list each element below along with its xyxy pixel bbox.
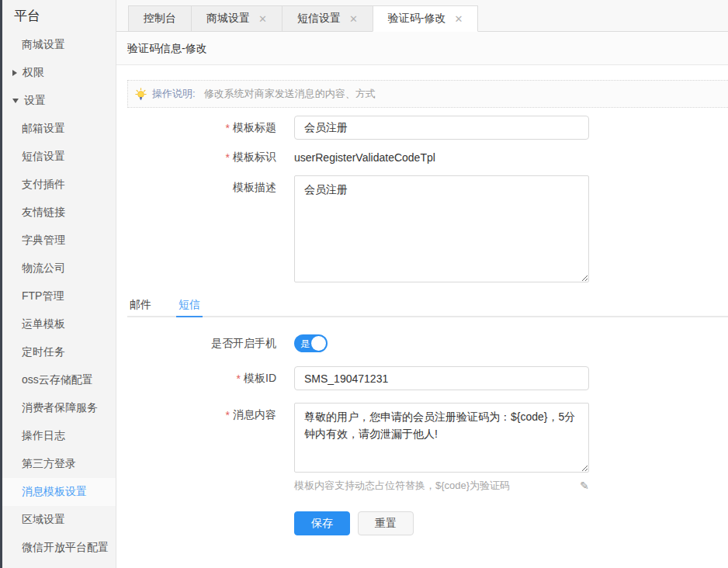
- edit-pencil-icon[interactable]: ✎: [580, 480, 589, 492]
- page-title: 验证码信息-修改: [116, 32, 728, 65]
- page-content: 操作说明: 修改系统对商家发送消息的内容、方式 * 模板标题 * 模板标识 us…: [116, 65, 728, 568]
- form-row-template-title: * 模板标题: [127, 116, 728, 140]
- form-row-phone-enable: 是否开启手机 是: [127, 334, 728, 352]
- sidebar-item-consumer-protection[interactable]: 消费者保障服务: [0, 394, 116, 422]
- sidebar-item-settings[interactable]: 设置: [0, 87, 116, 115]
- required-mark: *: [226, 151, 230, 164]
- sidebar-item-third-party-login[interactable]: 第三方登录: [0, 450, 116, 478]
- sidebar-item-ftp[interactable]: FTP管理: [0, 282, 116, 310]
- sidebar-item-operation-log[interactable]: 操作日志: [0, 422, 116, 450]
- reset-button[interactable]: 重置: [358, 511, 414, 535]
- sidebar-item-permissions[interactable]: 权限: [0, 59, 116, 87]
- toggle-on-label: 是: [300, 337, 310, 350]
- sidebar-item-oss-storage[interactable]: oss云存储配置: [0, 366, 116, 394]
- sidebar-item-message-template[interactable]: 消息模板设置: [0, 478, 116, 506]
- message-content-label: * 消息内容: [127, 403, 276, 422]
- form-row-hint: 模板内容支持动态占位符替换，${code}为验证码 ✎: [127, 479, 728, 493]
- tab-captcha-edit[interactable]: 验证码-修改 ✕: [373, 5, 479, 32]
- template-id-label: * 模板ID: [127, 372, 276, 386]
- sidebar-item-payment-plugins[interactable]: 支付插件: [0, 171, 116, 199]
- phone-enable-toggle[interactable]: 是: [294, 334, 328, 352]
- tab-bar: 控制台 商城设置 ✕ 短信设置 ✕ 验证码-修改 ✕: [116, 0, 728, 32]
- close-icon[interactable]: ✕: [454, 14, 463, 24]
- template-desc-label: 模板描述: [127, 175, 276, 195]
- channel-tab-email[interactable]: 邮件: [127, 294, 154, 317]
- chevron-right-icon: [12, 70, 17, 76]
- template-title-input[interactable]: [294, 116, 589, 140]
- info-alert: 操作说明: 修改系统对商家发送消息的内容、方式: [127, 80, 728, 108]
- app-window: 平台 商城设置 权限 设置 邮箱设置 短信设置 支付插件 友情链接 字典管理 物…: [0, 0, 728, 568]
- tab-mall-settings[interactable]: 商城设置 ✕: [191, 5, 283, 32]
- message-content-textarea[interactable]: 尊敬的用户，您申请的会员注册验证码为：${code}，5分钟内有效，请勿泄漏于他…: [294, 403, 589, 473]
- form-row-template-desc: 模板描述 会员注册: [127, 175, 728, 282]
- toggle-knob-icon: [311, 336, 326, 351]
- sidebar: 平台 商城设置 权限 设置 邮箱设置 短信设置 支付插件 友情链接 字典管理 物…: [0, 0, 116, 568]
- phone-enable-label: 是否开启手机: [127, 337, 276, 351]
- template-key-value: userRegisterValidateCodeTpl: [294, 151, 435, 164]
- sidebar-item-dictionary[interactable]: 字典管理: [0, 227, 116, 255]
- form-row-template-id: * 模板ID: [127, 366, 728, 390]
- sidebar-item-friend-links[interactable]: 友情链接: [0, 199, 116, 227]
- required-mark: *: [237, 372, 241, 385]
- required-mark: *: [226, 409, 230, 421]
- template-desc-textarea[interactable]: 会员注册: [294, 175, 589, 282]
- sidebar-item-email-settings[interactable]: 邮箱设置: [0, 115, 116, 143]
- close-icon[interactable]: ✕: [349, 14, 358, 24]
- bulb-icon: [134, 88, 147, 101]
- sidebar-item-wechat-open-platform[interactable]: 微信开放平台配置: [0, 534, 116, 562]
- form-row-message-content: * 消息内容 尊敬的用户，您申请的会员注册验证码为：${code}，5分钟内有效…: [127, 403, 728, 473]
- sidebar-item-logistics[interactable]: 物流公司: [0, 255, 116, 282]
- form-actions: 保存 重置: [127, 511, 728, 535]
- template-title-label: * 模板标题: [127, 121, 276, 135]
- sidebar-accent-bar: [0, 0, 2, 568]
- template-id-input[interactable]: [294, 366, 589, 390]
- channel-tab-sms[interactable]: 短信: [176, 294, 203, 317]
- sidebar-item-region-settings[interactable]: 区域设置: [0, 506, 116, 534]
- sidebar-menu: 商城设置 权限 设置 邮箱设置 短信设置 支付插件 友情链接 字典管理 物流公司…: [0, 31, 116, 562]
- close-icon[interactable]: ✕: [258, 14, 267, 24]
- sidebar-item-scheduled-tasks[interactable]: 定时任务: [0, 338, 116, 366]
- sidebar-item-mall-settings[interactable]: 商城设置: [0, 31, 116, 59]
- template-key-label: * 模板标识: [127, 151, 276, 165]
- main-panel: 控制台 商城设置 ✕ 短信设置 ✕ 验证码-修改 ✕ 验证码信息-修改: [116, 0, 728, 568]
- content-hint-line: 模板内容支持动态占位符替换，${code}为验证码 ✎: [294, 479, 589, 493]
- alert-text: 修改系统对商家发送消息的内容、方式: [204, 87, 376, 101]
- sidebar-title: 平台: [0, 0, 116, 31]
- form-row-template-key: * 模板标识 userRegisterValidateCodeTpl: [127, 151, 728, 165]
- channel-tabs: 邮件 短信: [127, 294, 728, 317]
- save-button[interactable]: 保存: [294, 511, 350, 535]
- content-hint-text: 模板内容支持动态占位符替换，${code}为验证码: [294, 479, 510, 493]
- required-mark: *: [226, 122, 230, 134]
- sidebar-item-waybill-template[interactable]: 运单模板: [0, 310, 116, 338]
- sidebar-item-sms-settings[interactable]: 短信设置: [0, 143, 116, 171]
- tab-sms-settings[interactable]: 短信设置 ✕: [282, 5, 373, 32]
- alert-label: 操作说明:: [152, 87, 196, 101]
- chevron-down-icon: [12, 99, 19, 103]
- tab-console[interactable]: 控制台: [128, 5, 192, 32]
